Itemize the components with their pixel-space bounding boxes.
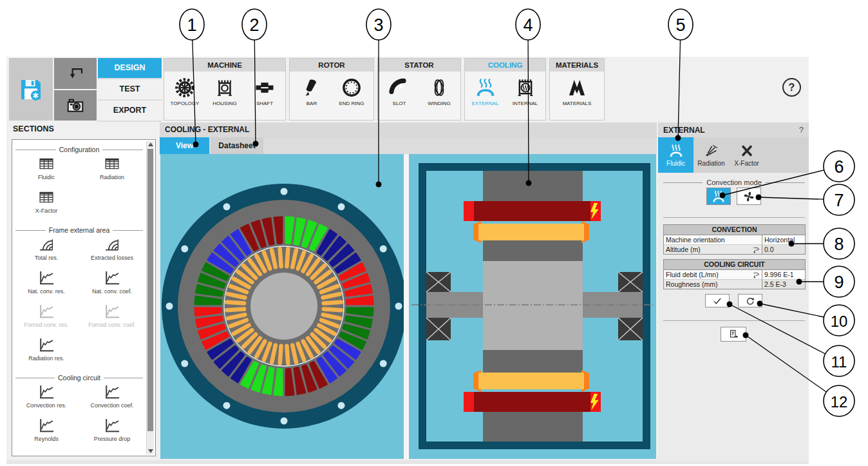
- screenshot-button[interactable]: [54, 90, 97, 121]
- action-buttons: [658, 294, 809, 307]
- callout-2: [242, 9, 267, 40]
- workspace-tab-view[interactable]: View: [160, 137, 209, 154]
- section-item-radiation[interactable]: Radiation: [79, 155, 145, 188]
- section-item-nat-conv-res-[interactable]: Nat. conv. res.: [14, 269, 79, 302]
- export-icon: [728, 329, 739, 340]
- save-icon: [18, 77, 44, 102]
- section-item-extracted-losses[interactable]: Extracted losses: [79, 235, 145, 269]
- toolbar-item-shaft[interactable]: SHAFT: [249, 77, 281, 106]
- mode-tab-design[interactable]: DESIGN: [98, 58, 162, 79]
- table-row: Fluid debit (L/mn) 9.996 E-1: [664, 270, 805, 280]
- undo-button[interactable]: [54, 58, 97, 89]
- table-cooling circuit: COOLING CIRCUIT Fluid debit (L/mn) 9.996…: [663, 259, 806, 289]
- toolbar-item-slot[interactable]: SLOT: [383, 77, 415, 106]
- sections-group-legend: Configuration: [15, 146, 143, 153]
- internal-cooling-icon: [514, 77, 536, 99]
- properties-tab-x-factor[interactable]: X-Factor: [729, 137, 764, 173]
- radiation-icon: [703, 143, 720, 159]
- section-item-pressure-drop[interactable]: Pressure drop: [79, 416, 145, 450]
- section-item-total-res-[interactable]: Total res.: [14, 235, 79, 269]
- forced-convection-button[interactable]: [737, 188, 761, 205]
- row-value[interactable]: 2.5 E-3: [762, 280, 805, 289]
- fluidic-icon: [668, 143, 684, 159]
- natural-convection-icon: [712, 189, 726, 204]
- parameter-tables: CONVECTION Machine orientation Horizonta…: [663, 224, 806, 294]
- toolbar-item-winding[interactable]: WINDING: [423, 77, 455, 106]
- help-button[interactable]: ?: [782, 78, 801, 97]
- toolbar-item-label: SLOT: [393, 101, 406, 106]
- shaft-icon: [254, 77, 276, 99]
- row-value[interactable]: Horizontal: [762, 235, 805, 244]
- table-row: Machine orientation Horizontal: [664, 235, 805, 245]
- row-value[interactable]: 0.0: [762, 245, 805, 254]
- export-results-button[interactable]: [721, 327, 746, 342]
- toolbar-item-end ring[interactable]: END RING: [335, 77, 368, 106]
- properties-tab-fluidic[interactable]: Fluidic: [658, 137, 693, 173]
- scroll-down-icon[interactable]: [148, 449, 153, 453]
- mode-tab-export[interactable]: EXPORT: [98, 101, 162, 122]
- section-item-fluidic[interactable]: Fluidic: [14, 155, 79, 188]
- callout-5: [668, 9, 693, 40]
- scrollbar-thumb[interactable]: [147, 149, 153, 431]
- toolbar-item-materials[interactable]: MATERIALS: [561, 77, 593, 106]
- callout-number: 4: [523, 15, 533, 35]
- callout-number: 6: [834, 157, 844, 177]
- table-row: Altitude (m) 0.0: [664, 245, 805, 254]
- separator: [663, 217, 805, 218]
- section-item-forced-conv-coef-[interactable]: Forced conv. coef.: [79, 302, 145, 336]
- row-value[interactable]: 9.996 E-1: [762, 270, 805, 279]
- toolbar-group-stator: STATOR SLOT WINDING: [377, 58, 461, 121]
- bar-icon: [301, 77, 323, 99]
- section-item-radiation-res-[interactable]: Radiation res.: [14, 336, 79, 369]
- materials-icon: [566, 77, 588, 99]
- toolbar-item-external[interactable]: EXTERNAL: [469, 77, 502, 106]
- callout-number: 5: [675, 15, 685, 35]
- row-label: Altitude (m): [666, 245, 701, 254]
- properties-tab-radiation[interactable]: Radiation: [693, 137, 729, 173]
- radial-cross-section-view[interactable]: [160, 154, 404, 459]
- line-chart-icon: [100, 383, 124, 401]
- mode-tab-test[interactable]: TEST: [98, 79, 162, 101]
- reset-icon: [745, 296, 755, 306]
- toolbar-item-internal[interactable]: INTERNAL: [509, 77, 542, 106]
- save-button[interactable]: [9, 58, 53, 121]
- scrollbar[interactable]: [146, 141, 154, 454]
- toolbar-item-label: WINDING: [428, 101, 451, 106]
- row-label: Roughness (mm): [666, 280, 718, 289]
- sections-group-legend: Cooling circuit: [15, 374, 143, 382]
- properties-help-button[interactable]: ?: [799, 125, 804, 135]
- line-chart-icon: [100, 269, 124, 287]
- workspace-tab-datasheet[interactable]: Datasheet: [211, 137, 263, 154]
- slot-icon: [388, 77, 410, 99]
- section-item-reynolds[interactable]: Reynolds: [14, 416, 79, 450]
- section-item-convection-res-[interactable]: Convection res.: [14, 383, 79, 416]
- scroll-up-icon[interactable]: [148, 142, 153, 146]
- toolbar-group-materials: MATERIALS MATERIALS: [549, 58, 605, 121]
- end-ring-icon: [341, 77, 363, 99]
- convection-mode-buttons: [658, 188, 809, 205]
- natural-convection-button[interactable]: [706, 188, 731, 205]
- toolbar-item-topology[interactable]: TOPOLOGY: [169, 77, 201, 106]
- properties-tabs: Fluidic Radiation X-Factor: [658, 137, 809, 173]
- line-chart-icon: [100, 302, 124, 320]
- arc-chart-icon: [100, 235, 124, 253]
- toolbar-item-label: SHAFT: [256, 101, 273, 106]
- section-item-nat-conv-coef-[interactable]: Nat. conv. coef.: [79, 269, 145, 302]
- axial-cross-section-view[interactable]: [409, 154, 656, 459]
- convection-mode-label: Convection mode: [706, 179, 762, 186]
- reset-button[interactable]: [738, 294, 762, 307]
- sections-list: Configuration Fluidic Radiation X-Factor…: [14, 141, 145, 454]
- toolbar-item-housing[interactable]: HOUSING: [209, 77, 241, 106]
- callout-number: 2: [249, 15, 259, 35]
- callout-number: 11: [831, 353, 847, 371]
- sections-group-legend: Frame external area: [15, 226, 143, 234]
- toolbar-item-bar[interactable]: BAR: [296, 77, 328, 106]
- apply-button[interactable]: [705, 294, 730, 307]
- external-cooling-icon: [475, 77, 496, 99]
- callout-3: [366, 9, 391, 40]
- line-chart-icon: [35, 416, 58, 434]
- section-item-forced-conv-res-[interactable]: Forced conv. res.: [14, 302, 79, 336]
- section-item-x-factor[interactable]: X-Factor: [14, 188, 79, 222]
- input-parameter-icon: [753, 246, 760, 253]
- section-item-convection-coef-[interactable]: Convection coef.: [79, 383, 145, 416]
